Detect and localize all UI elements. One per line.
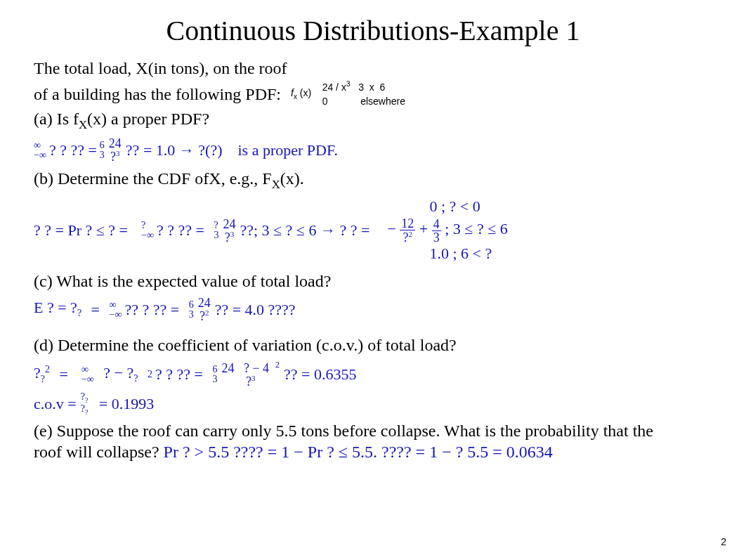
- part-e-line2: roof will collapse? Pr ? > 5.5 ???? = 1 …: [34, 441, 712, 462]
- part-d-question: (d) Determine the coefficient of variati…: [34, 334, 712, 356]
- part-c-answer: E ? = ?? = ∞ −∞ ?? ? ?? = 6 3 24 ?2 ?? =…: [34, 297, 712, 323]
- c-frac-bot: ?: [199, 309, 205, 323]
- d-covfrac-bot: ??: [79, 404, 90, 416]
- c1e: 3: [346, 80, 351, 88]
- page-number: 2: [721, 536, 726, 547]
- d-lim1: ∞ −∞: [81, 365, 94, 384]
- b-case2: − 12 ?2 + 4 3 ; 3 ≤ ? ≤ 6: [387, 217, 507, 244]
- b-frac-bot-wrap: ?3: [223, 230, 236, 244]
- a-lim2-bot: 3: [100, 150, 105, 160]
- bc2f1b: ?: [403, 230, 409, 245]
- bq3: (x).: [280, 169, 304, 188]
- b-seg2: ? ? ?? =: [157, 223, 204, 238]
- part-d-answer1: ??2 = ∞ −∞ ? − ?? 2 ? ? ?? = 6 3 24 ? − …: [34, 360, 712, 388]
- bc2f2: 4 3: [432, 218, 441, 244]
- c-frac-exp: 2: [205, 308, 209, 317]
- dvss: ?: [41, 374, 45, 384]
- c1a: 24 / x: [322, 82, 346, 93]
- c-lim2-bot: 3: [189, 310, 194, 320]
- dcfts: ?: [85, 396, 88, 404]
- ds2: ? − ?: [103, 364, 133, 382]
- a-lim2-top: 6: [100, 141, 105, 150]
- slide-title: Continuous Distributions-Example 1: [34, 14, 712, 47]
- c1d: 6: [380, 82, 386, 93]
- d-bigfrac-bot: ?3: [244, 375, 257, 388]
- bqsub: X: [272, 178, 280, 191]
- bc2f1: 12 ?2: [400, 217, 415, 244]
- c-lim2: 6 3: [189, 300, 194, 320]
- a-seg3: is a proper PDF.: [237, 143, 337, 158]
- b-frac-top: 24: [221, 218, 237, 230]
- c-seg1: E ? = ??: [34, 300, 81, 318]
- dfb: ?: [246, 375, 251, 389]
- bc2f2b: 3: [432, 231, 441, 244]
- ds2s: ?: [133, 373, 138, 384]
- b-lim2-bot: 3: [214, 230, 218, 240]
- slide-container: Continuous Distributions-Example 1 The t…: [0, 0, 746, 560]
- d-var: ??2: [34, 365, 50, 384]
- b-lim2: ? 3: [214, 221, 218, 240]
- d-covv: = 0.1993: [99, 396, 154, 412]
- b-seg1: ? ? = Pr ? ≤ ? =: [34, 223, 128, 238]
- e-ans: Pr ? > 5.5 ???? = 1 − Pr ? ≤ 5.5. ???? =…: [164, 443, 553, 461]
- dfe: 3: [251, 374, 256, 382]
- c1c: x: [369, 82, 374, 93]
- b-case3: 1.0 ; 6 < ?: [387, 244, 507, 264]
- b-case1: 0 ; ? < 0: [387, 197, 507, 217]
- b-lim1-top: ?: [141, 221, 145, 230]
- c2a: 0: [322, 96, 328, 107]
- d-seg2: ? − ??: [103, 365, 138, 384]
- pdf-cases: 24 / x3 3 x 6 0 elsewhere: [320, 79, 405, 108]
- c-frac: 24 ?2: [197, 297, 212, 323]
- part-c-question: (c) What is the expected value of total …: [34, 270, 712, 292]
- aq2: (x) a proper PDF?: [87, 110, 209, 128]
- c-lim1-top: ∞: [110, 300, 117, 310]
- d-covfrac: ?? ??: [79, 392, 90, 416]
- d-bigfrac-top: 24 ? − 4 2: [220, 360, 281, 375]
- a-frac-bot-wrap: ?3: [109, 150, 122, 163]
- pdf-definition: fx (x) 24 / x3 3 x 6 0 elsewhere: [291, 79, 405, 108]
- pdf-arg: (x): [300, 88, 311, 99]
- dve: 2: [45, 364, 50, 375]
- part-e-question1: (e) Suppose the roof can carry only 5.5 …: [34, 420, 712, 441]
- b-lim1-bot: −∞: [141, 230, 154, 240]
- aqsub: X: [79, 118, 87, 131]
- intro-line2: of a building has the following PDF:: [34, 83, 281, 105]
- pdf-case1: 24 / x3 3 x 6: [320, 79, 405, 94]
- intro-line1: The total load, X(in tons), on the roof: [34, 57, 712, 79]
- a-lim1-bot: −∞: [34, 150, 46, 160]
- c-lim1: ∞ −∞: [110, 300, 122, 320]
- a-frac-exp: 3: [116, 149, 120, 157]
- bc2f2t: 4: [432, 218, 441, 231]
- c-frac-top: 24: [197, 297, 212, 309]
- c1b: 3: [358, 82, 364, 93]
- aq1: (a) Is f: [34, 110, 79, 128]
- d-lim2: 6 3: [212, 365, 217, 384]
- c-seg3: ?? ? ?? =: [124, 302, 179, 318]
- d-seg4: ?? = 0.6355: [284, 367, 356, 382]
- c-seg4: ?? = 4.0 ????: [215, 302, 296, 318]
- a-seg2: ?? = 1.0 → ?(?): [126, 143, 223, 158]
- d-covfrac-top: ??: [79, 392, 90, 404]
- bq1: (b) Determine the CDF of: [34, 169, 209, 188]
- bqv: X: [209, 169, 221, 188]
- pdf-sub: x: [294, 93, 297, 100]
- b-frac-bot: ?: [225, 230, 230, 245]
- dpe: 2: [275, 360, 280, 370]
- dpa: ? − 4: [244, 361, 269, 375]
- dvs: ?: [34, 364, 41, 382]
- bq2: , e.g., F: [221, 169, 272, 188]
- intro-text2: (in tons), on the roof: [148, 59, 287, 77]
- bc2b: +: [419, 220, 428, 237]
- a-lim2: 6 3: [100, 141, 105, 160]
- a-frac-bot: ?: [110, 150, 116, 164]
- d-bigfrac: 24 ? − 4 2 ?3: [220, 360, 281, 388]
- part-a-question: (a) Is fX(x) a proper PDF?: [34, 108, 712, 133]
- b-lim2-top: ?: [214, 221, 218, 230]
- part-b-answer: ? ? = Pr ? ≤ ? = ? −∞ ? ? ?? = ? 3 24 ?3…: [34, 197, 712, 263]
- b-lim1: ? −∞: [141, 221, 154, 240]
- b-seg3: ??; 3 ≤ ? ≤ 6 → ? ? =: [240, 223, 369, 238]
- c-lim1-bot: −∞: [110, 310, 122, 320]
- bc2c: ; 3 ≤ ? ≤ 6: [445, 220, 508, 237]
- d-lim1-top: ∞: [81, 365, 89, 375]
